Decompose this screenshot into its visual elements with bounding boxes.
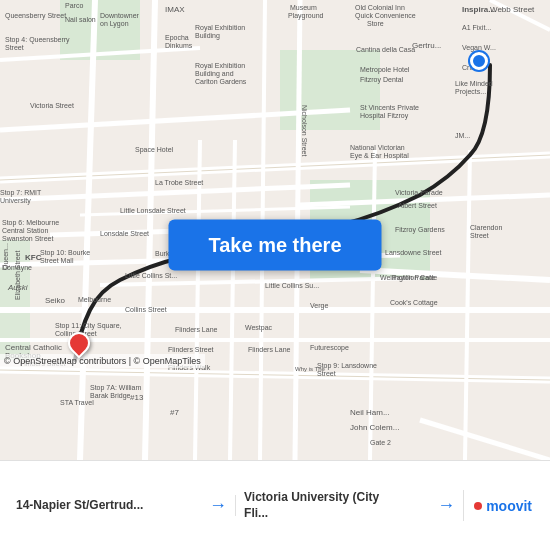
svg-text:on Lygon: on Lygon — [100, 20, 129, 28]
svg-text:Street: Street — [5, 44, 24, 51]
svg-text:Stop 6: Melbourne: Stop 6: Melbourne — [2, 219, 59, 227]
bottom-bar: 14-Napier St/Gertrud... → Victoria Unive… — [0, 460, 550, 550]
origin-item[interactable]: 14-Napier St/Gertrud... → — [8, 495, 236, 516]
svg-text:Queensberry Street: Queensberry Street — [5, 12, 66, 20]
svg-text:Westpac: Westpac — [245, 324, 273, 332]
svg-text:Store: Store — [367, 20, 384, 27]
svg-text:A1 Fixit...: A1 Fixit... — [462, 24, 491, 31]
svg-text:Museum: Museum — [290, 4, 317, 11]
svg-text:Flinders Street: Flinders Street — [168, 346, 214, 353]
svg-text:Epocha: Epocha — [165, 34, 189, 42]
origin-arrow: → — [209, 495, 227, 516]
svg-text:Cook's Cottage: Cook's Cottage — [390, 299, 438, 307]
svg-text:Gate 2: Gate 2 — [370, 439, 391, 446]
svg-text:Street Mall: Street Mall — [40, 257, 74, 264]
moovit-brand: moovit — [474, 498, 532, 514]
svg-text:Little Lonsdale Street: Little Lonsdale Street — [120, 207, 186, 214]
origin-marker — [65, 332, 93, 360]
svg-text:Fitzroy Gardens: Fitzroy Gardens — [395, 226, 445, 234]
svg-text:Clarendon: Clarendon — [470, 224, 502, 231]
svg-text:Elizabeth Street: Elizabeth Street — [14, 251, 21, 300]
svg-text:Lonsdale Street: Lonsdale Street — [100, 230, 149, 237]
svg-text:JM...: JM... — [455, 132, 470, 139]
svg-text:Projects...: Projects... — [455, 88, 486, 96]
moovit-dot — [474, 502, 482, 510]
svg-text:Futurescope: Futurescope — [310, 344, 349, 352]
svg-text:Stop 7A: William: Stop 7A: William — [90, 384, 142, 392]
map-attribution: © OpenStreetMap contributors | © OpenMap… — [0, 354, 205, 368]
svg-text:Building and: Building and — [195, 70, 234, 78]
svg-text:Fitzroy Dental: Fitzroy Dental — [360, 76, 404, 84]
svg-text:Parco: Parco — [65, 2, 83, 9]
svg-text:Street: Street — [470, 232, 489, 239]
svg-text:Metropole Hotel: Metropole Hotel — [360, 66, 410, 74]
map-container: Stop 4: Queensberry Street Victoria Stre… — [0, 0, 550, 460]
svg-text:Stop 11: City Square,: Stop 11: City Square, — [55, 322, 122, 330]
destination-marker — [470, 52, 488, 70]
svg-text:Stop 7: RMIT: Stop 7: RMIT — [0, 189, 42, 197]
svg-text:Vegan W...: Vegan W... — [462, 44, 496, 52]
moovit-section: moovit — [464, 498, 542, 514]
svg-text:Carlton Gardens: Carlton Gardens — [195, 78, 247, 85]
svg-text:Royal Exhibition: Royal Exhibition — [195, 62, 245, 70]
origin-label: 14-Napier St/Gertrud... — [16, 498, 176, 514]
svg-text:Flinders Lane: Flinders Lane — [248, 346, 291, 353]
svg-text:Royal Exhibition: Royal Exhibition — [195, 24, 245, 32]
svg-text:La Trobe Street: La Trobe Street — [155, 179, 203, 186]
svg-text:Dinkums: Dinkums — [165, 42, 193, 49]
svg-text:Seiko: Seiko — [45, 296, 66, 305]
svg-text:Lansdowne Street: Lansdowne Street — [385, 249, 441, 256]
svg-text:Space Hotel: Space Hotel — [135, 146, 174, 154]
svg-text:Albert Street: Albert Street — [398, 202, 437, 209]
svg-text:Quick Convenience: Quick Convenience — [355, 12, 416, 20]
svg-text:Nail salon: Nail salon — [65, 16, 96, 23]
svg-text:John Colem...: John Colem... — [350, 423, 399, 432]
svg-text:Central Station: Central Station — [2, 227, 48, 234]
svg-text:Verge: Verge — [310, 302, 328, 310]
svg-text:Like Minded: Like Minded — [455, 80, 493, 87]
svg-text:Old Colonial Inn: Old Colonial Inn — [355, 4, 405, 11]
svg-text:Queen...: Queen... — [2, 243, 10, 270]
take-me-there-button[interactable]: Take me there — [168, 220, 381, 271]
svg-text:Stop 4: Queensberry: Stop 4: Queensberry — [5, 36, 70, 44]
svg-text:Victoria Parade: Victoria Parade — [395, 189, 443, 196]
svg-text:Gertru...: Gertru... — [412, 41, 441, 50]
svg-text:Little Collins St...: Little Collins St... — [125, 272, 177, 279]
svg-text:Playground: Playground — [288, 12, 324, 20]
svg-text:Little Collins Su...: Little Collins Su... — [265, 282, 319, 289]
svg-text:Stop 9: Lansdowne: Stop 9: Lansdowne — [317, 362, 377, 370]
destination-arrow: → — [437, 495, 455, 516]
svg-text:National Victorian: National Victorian — [350, 144, 405, 151]
moovit-brand-text: moovit — [486, 498, 532, 514]
svg-text:St Vincents Private: St Vincents Private — [360, 104, 419, 111]
svg-text:Building: Building — [195, 32, 220, 40]
svg-text:Downtowner: Downtowner — [100, 12, 140, 19]
svg-text:University: University — [0, 197, 31, 205]
svg-text:Neil Ham...: Neil Ham... — [350, 408, 390, 417]
svg-text:Swanston Street: Swanston Street — [2, 235, 53, 242]
svg-text:STA Travel: STA Travel — [60, 399, 94, 406]
svg-text:Eye & Ear Hospital: Eye & Ear Hospital — [350, 152, 409, 160]
destination-item[interactable]: Victoria University (City Fli... → — [236, 490, 464, 521]
svg-text:Barak Bridge: Barak Bridge — [90, 392, 131, 400]
svg-text:Street: Street — [317, 370, 336, 377]
svg-text:#7: #7 — [170, 408, 179, 417]
svg-text:Flinders Lane: Flinders Lane — [175, 326, 218, 333]
svg-text:Stop 10: Bourke: Stop 10: Bourke — [40, 249, 90, 257]
destination-label: Victoria University (City Fli... — [244, 490, 404, 521]
svg-text:Webb Street: Webb Street — [490, 5, 535, 14]
svg-text:Pavillion Cafe: Pavillion Cafe — [392, 274, 435, 281]
svg-text:Victoria Street: Victoria Street — [30, 102, 74, 109]
app: Stop 4: Queensberry Street Victoria Stre… — [0, 0, 550, 550]
svg-text:Nicholson Street: Nicholson Street — [301, 105, 308, 156]
svg-text:Cantina della Casa: Cantina della Casa — [356, 46, 415, 53]
svg-text:Collins Street: Collins Street — [125, 306, 167, 313]
svg-text:Melbourne: Melbourne — [78, 296, 111, 303]
svg-text:Hospital Fitzroy: Hospital Fitzroy — [360, 112, 409, 120]
svg-text:#13: #13 — [130, 393, 144, 402]
svg-text:IMAX: IMAX — [165, 5, 185, 14]
